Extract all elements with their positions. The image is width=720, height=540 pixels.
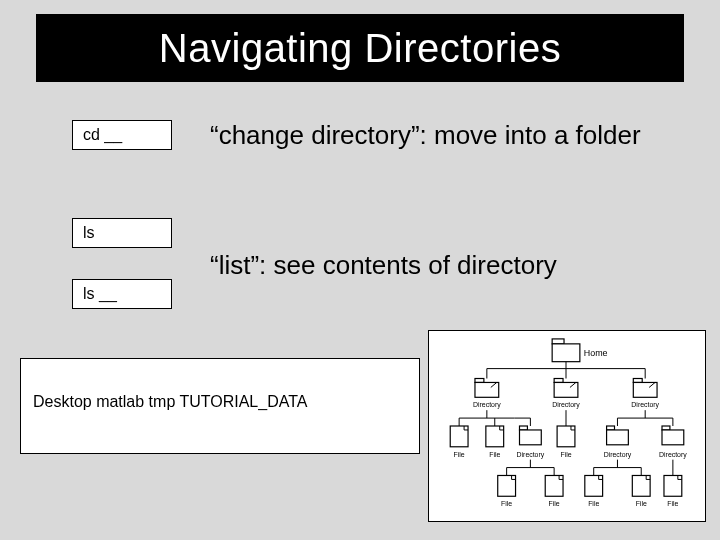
row2-dir-1: Directory — [517, 426, 545, 459]
svg-rect-34 — [557, 426, 575, 447]
svg-text:Directory: Directory — [552, 401, 580, 409]
row2-dir-3: Directory — [659, 426, 687, 459]
svg-text:File: File — [489, 451, 500, 458]
row3-file-3: File — [585, 475, 603, 507]
home-folder-icon: Home — [552, 339, 607, 362]
row2-file-3: File — [557, 426, 575, 458]
svg-rect-53 — [545, 475, 563, 496]
svg-text:File: File — [549, 500, 560, 507]
svg-text:File: File — [560, 451, 571, 458]
svg-text:File: File — [667, 500, 678, 507]
row3-file-4: File — [632, 475, 650, 507]
description-cd: “change directory”: move into a folder — [210, 120, 641, 151]
svg-text:Directory: Directory — [473, 401, 501, 409]
svg-rect-11 — [554, 382, 578, 397]
row3-file-5: File — [664, 475, 682, 507]
dir-node-3: Directory — [631, 379, 659, 410]
command-ls-arg-label: ls __ — [83, 285, 117, 303]
svg-rect-8 — [475, 382, 499, 397]
command-box-ls-arg: ls __ — [72, 279, 172, 309]
row2-dir-2: Directory — [604, 426, 632, 459]
page-title: Navigating Directories — [159, 26, 561, 71]
svg-rect-59 — [664, 475, 682, 496]
title-bar: Navigating Directories — [36, 14, 684, 82]
svg-text:Directory: Directory — [604, 451, 632, 459]
svg-rect-14 — [633, 382, 657, 397]
dir-node-1: Directory — [473, 379, 501, 410]
svg-rect-0 — [552, 339, 564, 344]
svg-rect-29 — [486, 426, 504, 447]
svg-text:Directory: Directory — [659, 451, 687, 459]
svg-rect-27 — [450, 426, 468, 447]
svg-rect-32 — [520, 430, 542, 445]
home-label: Home — [584, 348, 608, 358]
svg-rect-57 — [632, 475, 650, 496]
directory-tree-diagram: Home Directory Directory Directory — [428, 330, 706, 522]
svg-rect-51 — [498, 475, 516, 496]
terminal-output-box: Desktop matlab tmp TUTORIAL_DATA — [20, 358, 420, 454]
svg-text:Directory: Directory — [517, 451, 545, 459]
row3-file-1: File — [498, 475, 516, 507]
svg-rect-1 — [552, 344, 580, 362]
svg-rect-37 — [607, 430, 629, 445]
command-cd-label: cd __ — [83, 126, 122, 144]
row2-file-2: File — [486, 426, 504, 458]
tree-svg: Home Directory Directory Directory — [429, 331, 705, 521]
svg-rect-40 — [662, 430, 684, 445]
svg-rect-55 — [585, 475, 603, 496]
row2-file-1: File — [450, 426, 468, 458]
dir-node-2: Directory — [552, 379, 580, 410]
svg-text:File: File — [636, 500, 647, 507]
svg-text:File: File — [501, 500, 512, 507]
command-box-cd: cd __ — [72, 120, 172, 150]
row3-file-2: File — [545, 475, 563, 507]
svg-text:File: File — [454, 451, 465, 458]
description-ls: “list”: see contents of directory — [210, 250, 557, 281]
svg-text:File: File — [588, 500, 599, 507]
command-box-ls: ls — [72, 218, 172, 248]
command-ls-label: ls — [83, 224, 95, 242]
terminal-output-text: Desktop matlab tmp TUTORIAL_DATA — [33, 393, 307, 410]
svg-text:Directory: Directory — [631, 401, 659, 409]
